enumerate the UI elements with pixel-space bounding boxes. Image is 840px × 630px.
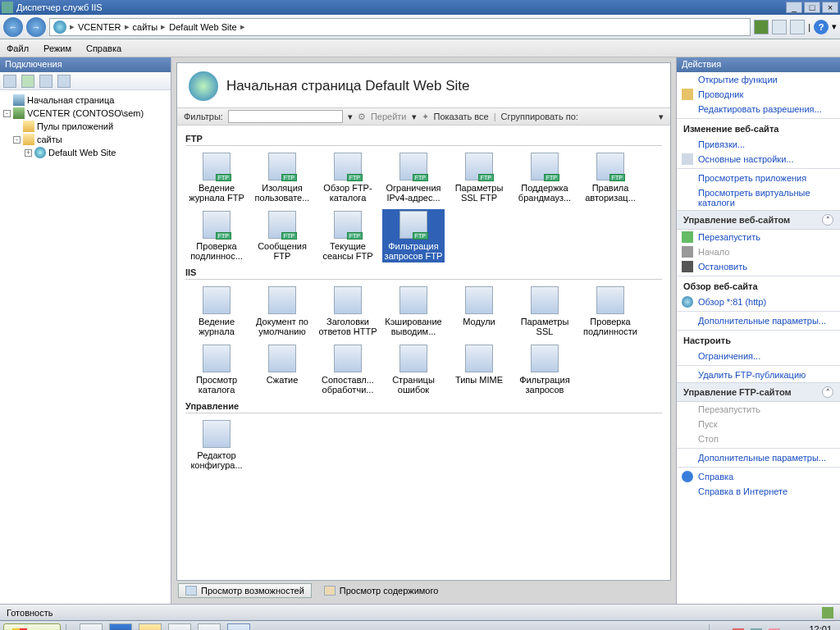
taskbar-clock[interactable]: 12:01 19.12.2014 <box>787 624 832 631</box>
action-ftp-advanced[interactable]: Дополнительные параметры... <box>677 450 840 465</box>
menu-mode[interactable]: Режим <box>43 43 71 53</box>
feature-item[interactable]: Типы MIME <box>448 343 510 396</box>
refresh-button[interactable] <box>754 20 769 34</box>
back-button[interactable]: ← <box>3 17 23 37</box>
feature-item[interactable]: Документ по умолчанию <box>251 285 313 338</box>
collapse-icon[interactable]: ˄ <box>822 386 833 398</box>
expand-icon[interactable]: + <box>25 149 32 157</box>
feature-item[interactable]: FTPВедение журнала FTP <box>185 151 248 204</box>
home-button[interactable] <box>790 20 805 34</box>
feature-item[interactable]: Проверка подлинности <box>579 285 641 338</box>
feature-item[interactable]: Страницы ошибок <box>382 343 445 396</box>
collapse-icon[interactable]: - <box>13 136 21 144</box>
feature-item[interactable]: FTPПроверка подлиннос... <box>185 209 248 262</box>
feature-icon: FTP <box>334 211 362 239</box>
feature-item[interactable]: Ведение журнала <box>185 285 248 338</box>
forward-button[interactable]: → <box>26 17 46 37</box>
show-all-button[interactable]: Показать все <box>434 112 489 121</box>
chevron-right-icon: ▸ <box>125 21 130 32</box>
action-limits[interactable]: Ограничения... <box>677 349 840 363</box>
task-settings-icon[interactable] <box>168 623 191 631</box>
action-remove-ftp[interactable]: Удалить FTP-публикацию <box>677 368 840 382</box>
feature-item[interactable]: Параметры SSL <box>514 285 576 338</box>
task-desktop-icon[interactable] <box>198 623 221 631</box>
feature-item[interactable]: FTPСообщения FTP <box>251 209 313 262</box>
ftp-badge-icon: FTP <box>281 232 297 240</box>
tree-node-pools[interactable]: Пулы приложений <box>2 120 169 133</box>
up-button[interactable] <box>39 75 52 88</box>
maximize-button[interactable]: □ <box>804 2 820 13</box>
help-icon[interactable]: ? <box>814 20 829 34</box>
start-button[interactable]: Пуск <box>3 623 61 631</box>
task-explorer-icon[interactable] <box>139 623 162 631</box>
action-open-feature[interactable]: Открытие функции <box>677 72 840 87</box>
action-restart[interactable]: Перезапустить <box>677 230 840 244</box>
status-text: Готовность <box>7 608 52 618</box>
close-button[interactable]: × <box>822 2 838 13</box>
dropdown-icon[interactable]: ▾ <box>412 112 417 122</box>
stop-button[interactable] <box>772 20 787 34</box>
action-explorer[interactable]: Проводник <box>677 87 840 102</box>
feature-item[interactable]: Модули <box>448 285 510 338</box>
action-browse-http[interactable]: Обзор *:81 (http) <box>677 294 840 309</box>
feature-item[interactable]: FTPПоддержка брандмауз... <box>514 151 576 204</box>
breadcrumb-item[interactable]: VCENTER <box>78 22 121 32</box>
feature-item[interactable]: FTPПравила авторизац... <box>579 151 641 204</box>
feature-item[interactable]: Сжатие <box>251 343 313 396</box>
dropdown-icon[interactable]: ▾ <box>659 112 664 122</box>
breadcrumb[interactable]: ▸ VCENTER ▸ сайты ▸ Default Web Site ▸ <box>49 18 751 36</box>
connect-button[interactable] <box>3 75 16 88</box>
feature-item[interactable]: Фильтрация запросов <box>514 343 576 396</box>
feature-label: Изоляция пользовате... <box>253 183 312 203</box>
feature-item[interactable]: FTPОбзор FTP-каталога <box>317 151 379 204</box>
action-help-online[interactable]: Справка в Интернете <box>677 484 840 499</box>
minimize-button[interactable]: _ <box>786 2 802 13</box>
feature-item[interactable]: Просмотр каталога <box>185 343 248 396</box>
ftp-badge-icon: FTP <box>413 174 428 181</box>
save-button[interactable] <box>21 75 34 88</box>
action-bindings[interactable]: Привязки... <box>677 137 840 152</box>
stop-icon <box>682 261 693 272</box>
tree-node-default-site[interactable]: + Default Web Site <box>2 146 169 159</box>
tree-node-start[interactable]: Начальная страница <box>2 94 169 107</box>
menu-file[interactable]: Файл <box>7 43 29 53</box>
task-powershell-icon[interactable] <box>109 623 132 631</box>
menu-help[interactable]: Справка <box>86 43 121 53</box>
tree-node-server[interactable]: - VCENTER (CONTOSO\sem) <box>2 107 169 120</box>
feature-item[interactable]: Кэширование выводим... <box>382 285 445 338</box>
feature-item[interactable]: Редактор конфигура... <box>185 418 248 472</box>
actions-header: Действия <box>677 57 840 72</box>
feature-item[interactable]: FTPПараметры SSL FTP <box>448 151 510 204</box>
tab-label: Просмотр содержимого <box>340 586 439 596</box>
breadcrumb-item[interactable]: Default Web Site <box>169 22 236 32</box>
home-icon <box>13 94 25 106</box>
action-edit-permissions[interactable]: Редактировать разрешения... <box>677 102 840 116</box>
action-view-vdirs[interactable]: Просмотреть виртуальные каталоги <box>677 185 840 210</box>
feature-item[interactable]: Сопоставл... обработчи... <box>317 343 379 396</box>
task-server-manager-icon[interactable] <box>80 623 103 631</box>
task-iis-manager-icon[interactable] <box>227 623 250 631</box>
feature-item[interactable]: FTPФильтрация запросов FTP <box>382 209 445 262</box>
breadcrumb-item[interactable]: сайты <box>133 22 158 32</box>
feature-item[interactable]: Заголовки ответов HTTP <box>317 285 379 338</box>
collapse-icon[interactable]: - <box>3 110 11 117</box>
action-basic-settings[interactable]: Основные настройки... <box>677 152 840 167</box>
feature-item[interactable]: FTPОграничения IPv4-адрес... <box>382 151 445 204</box>
feature-item[interactable]: FTPТекущие сеансы FTP <box>317 209 379 262</box>
collapse-icon[interactable]: ˄ <box>822 214 833 226</box>
action-stop[interactable]: Остановить <box>677 259 840 274</box>
action-advanced-settings[interactable]: Дополнительные параметры... <box>677 313 840 328</box>
help-icon <box>682 471 693 482</box>
connections-panel: Подключения Начальная страница - VCENTER… <box>0 57 171 604</box>
tab-content-view[interactable]: Просмотр содержимого <box>317 583 446 598</box>
go-button[interactable]: Перейти <box>371 112 407 121</box>
refresh-tree-button[interactable] <box>57 75 71 88</box>
filter-input[interactable] <box>228 110 343 123</box>
tree-node-sites[interactable]: - сайты <box>2 133 169 146</box>
dropdown-icon[interactable]: ▾ <box>348 112 353 122</box>
feature-item[interactable]: FTPИзоляция пользовате... <box>251 151 313 204</box>
action-view-applications[interactable]: Просмотреть приложения <box>677 171 840 185</box>
action-help[interactable]: Справка <box>677 469 840 484</box>
tab-features-view[interactable]: Просмотр возможностей <box>178 583 312 598</box>
dropdown-icon[interactable]: ▾ <box>832 21 837 32</box>
